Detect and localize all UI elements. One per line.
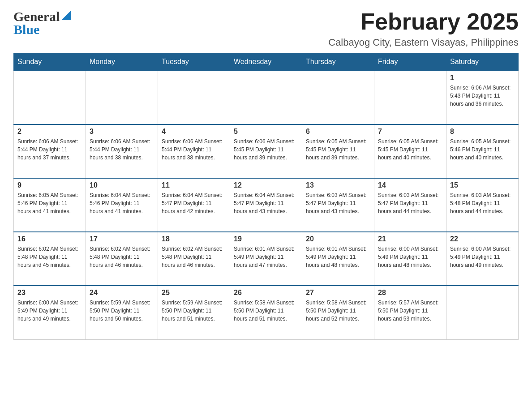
day-info: Sunrise: 6:04 AM Sunset: 5:46 PM Dayligh… xyxy=(90,191,154,215)
day-number: 15 xyxy=(450,181,515,189)
day-number: 1 xyxy=(450,74,515,82)
logo: General Blue xyxy=(13,9,71,37)
day-number: 9 xyxy=(17,181,82,189)
day-number: 4 xyxy=(162,128,226,136)
day-number: 11 xyxy=(162,181,226,189)
day-number: 12 xyxy=(234,181,298,189)
day-info: Sunrise: 6:02 AM Sunset: 5:48 PM Dayligh… xyxy=(17,245,82,269)
day-info: Sunrise: 6:00 AM Sunset: 5:49 PM Dayligh… xyxy=(17,299,82,323)
calendar-cell xyxy=(446,286,519,339)
day-info: Sunrise: 6:06 AM Sunset: 5:43 PM Dayligh… xyxy=(450,84,515,108)
calendar-cell xyxy=(230,71,302,124)
day-info: Sunrise: 6:05 AM Sunset: 5:45 PM Dayligh… xyxy=(306,137,370,162)
calendar-cell: 1Sunrise: 6:06 AM Sunset: 5:43 PM Daylig… xyxy=(446,71,519,124)
day-info: Sunrise: 5:59 AM Sunset: 5:50 PM Dayligh… xyxy=(162,299,226,323)
calendar-cell: 24Sunrise: 5:59 AM Sunset: 5:50 PM Dayli… xyxy=(86,286,158,339)
day-number: 27 xyxy=(306,289,370,297)
calendar-cell: 16Sunrise: 6:02 AM Sunset: 5:48 PM Dayli… xyxy=(14,232,86,286)
day-info: Sunrise: 6:03 AM Sunset: 5:47 PM Dayligh… xyxy=(378,191,442,215)
day-number: 7 xyxy=(378,128,442,136)
calendar-cell: 14Sunrise: 6:03 AM Sunset: 5:47 PM Dayli… xyxy=(374,178,446,232)
calendar-cell: 12Sunrise: 6:04 AM Sunset: 5:47 PM Dayli… xyxy=(230,178,302,232)
svg-marker-0 xyxy=(61,10,71,20)
day-number: 13 xyxy=(306,181,370,189)
calendar-week-row: 9Sunrise: 6:05 AM Sunset: 5:46 PM Daylig… xyxy=(14,178,519,232)
calendar-cell: 18Sunrise: 6:02 AM Sunset: 5:48 PM Dayli… xyxy=(158,232,230,286)
day-header-thursday: Thursday xyxy=(302,53,374,71)
calendar-cell xyxy=(14,71,86,124)
day-info: Sunrise: 6:06 AM Sunset: 5:44 PM Dayligh… xyxy=(162,137,226,162)
calendar-title: February 2025 xyxy=(328,9,519,34)
day-info: Sunrise: 6:05 AM Sunset: 5:45 PM Dayligh… xyxy=(378,137,442,162)
calendar-week-row: 2Sunrise: 6:06 AM Sunset: 5:44 PM Daylig… xyxy=(14,124,519,178)
day-info: Sunrise: 6:06 AM Sunset: 5:45 PM Dayligh… xyxy=(234,137,298,162)
day-number: 10 xyxy=(90,181,154,189)
calendar-cell: 26Sunrise: 5:58 AM Sunset: 5:50 PM Dayli… xyxy=(230,286,302,339)
day-info: Sunrise: 6:02 AM Sunset: 5:48 PM Dayligh… xyxy=(90,245,154,269)
calendar-cell: 6Sunrise: 6:05 AM Sunset: 5:45 PM Daylig… xyxy=(302,124,374,178)
day-number: 28 xyxy=(378,289,442,297)
day-info: Sunrise: 6:02 AM Sunset: 5:48 PM Dayligh… xyxy=(162,245,226,269)
calendar-cell: 7Sunrise: 6:05 AM Sunset: 5:45 PM Daylig… xyxy=(374,124,446,178)
calendar-cell: 5Sunrise: 6:06 AM Sunset: 5:45 PM Daylig… xyxy=(230,124,302,178)
day-number: 16 xyxy=(17,235,82,243)
day-info: Sunrise: 5:57 AM Sunset: 5:50 PM Dayligh… xyxy=(378,299,442,323)
day-info: Sunrise: 6:00 AM Sunset: 5:49 PM Dayligh… xyxy=(450,245,515,269)
day-info: Sunrise: 6:04 AM Sunset: 5:47 PM Dayligh… xyxy=(162,191,226,215)
day-header-wednesday: Wednesday xyxy=(230,53,302,71)
calendar-cell xyxy=(158,71,230,124)
calendar-cell: 8Sunrise: 6:05 AM Sunset: 5:46 PM Daylig… xyxy=(446,124,519,178)
calendar-header-row: SundayMondayTuesdayWednesdayThursdayFrid… xyxy=(14,53,519,71)
calendar-cell: 25Sunrise: 5:59 AM Sunset: 5:50 PM Dayli… xyxy=(158,286,230,339)
calendar-cell: 13Sunrise: 6:03 AM Sunset: 5:47 PM Dayli… xyxy=(302,178,374,232)
calendar-table: SundayMondayTuesdayWednesdayThursdayFrid… xyxy=(13,53,519,340)
day-number: 24 xyxy=(90,289,154,297)
day-info: Sunrise: 6:04 AM Sunset: 5:47 PM Dayligh… xyxy=(234,191,298,215)
day-info: Sunrise: 6:05 AM Sunset: 5:46 PM Dayligh… xyxy=(450,137,515,162)
day-number: 6 xyxy=(306,128,370,136)
calendar-cell: 22Sunrise: 6:00 AM Sunset: 5:49 PM Dayli… xyxy=(446,232,519,286)
calendar-cell xyxy=(302,71,374,124)
day-info: Sunrise: 6:01 AM Sunset: 5:49 PM Dayligh… xyxy=(234,245,298,269)
calendar-cell: 15Sunrise: 6:03 AM Sunset: 5:48 PM Dayli… xyxy=(446,178,519,232)
day-info: Sunrise: 6:06 AM Sunset: 5:44 PM Dayligh… xyxy=(17,137,82,162)
page-header: General Blue February 2025 Calbayog City… xyxy=(13,9,519,48)
day-header-saturday: Saturday xyxy=(446,53,519,71)
calendar-cell: 17Sunrise: 6:02 AM Sunset: 5:48 PM Dayli… xyxy=(86,232,158,286)
day-number: 20 xyxy=(306,235,370,243)
calendar-week-row: 23Sunrise: 6:00 AM Sunset: 5:49 PM Dayli… xyxy=(14,286,519,339)
calendar-cell xyxy=(374,71,446,124)
day-number: 23 xyxy=(17,289,82,297)
calendar-cell: 20Sunrise: 6:01 AM Sunset: 5:49 PM Dayli… xyxy=(302,232,374,286)
day-info: Sunrise: 6:01 AM Sunset: 5:49 PM Dayligh… xyxy=(306,245,370,269)
day-number: 2 xyxy=(17,128,82,136)
day-info: Sunrise: 5:59 AM Sunset: 5:50 PM Dayligh… xyxy=(90,299,154,323)
day-number: 17 xyxy=(90,235,154,243)
calendar-cell: 23Sunrise: 6:00 AM Sunset: 5:49 PM Dayli… xyxy=(14,286,86,339)
calendar-cell: 28Sunrise: 5:57 AM Sunset: 5:50 PM Dayli… xyxy=(374,286,446,339)
day-header-monday: Monday xyxy=(86,53,158,71)
calendar-cell: 3Sunrise: 6:06 AM Sunset: 5:44 PM Daylig… xyxy=(86,124,158,178)
day-number: 5 xyxy=(234,128,298,136)
day-header-tuesday: Tuesday xyxy=(158,53,230,71)
logo-blue-text: Blue xyxy=(13,22,71,37)
day-number: 22 xyxy=(450,235,515,243)
day-info: Sunrise: 6:03 AM Sunset: 5:48 PM Dayligh… xyxy=(450,191,515,215)
day-number: 21 xyxy=(378,235,442,243)
calendar-week-row: 1Sunrise: 6:06 AM Sunset: 5:43 PM Daylig… xyxy=(14,71,519,124)
calendar-subtitle: Calbayog City, Eastern Visayas, Philippi… xyxy=(328,37,519,48)
day-number: 26 xyxy=(234,289,298,297)
day-number: 8 xyxy=(450,128,515,136)
calendar-cell: 4Sunrise: 6:06 AM Sunset: 5:44 PM Daylig… xyxy=(158,124,230,178)
day-info: Sunrise: 6:05 AM Sunset: 5:46 PM Dayligh… xyxy=(17,191,82,215)
day-info: Sunrise: 5:58 AM Sunset: 5:50 PM Dayligh… xyxy=(306,299,370,323)
calendar-cell xyxy=(86,71,158,124)
calendar-cell: 21Sunrise: 6:00 AM Sunset: 5:49 PM Dayli… xyxy=(374,232,446,286)
day-number: 18 xyxy=(162,235,226,243)
title-section: February 2025 Calbayog City, Eastern Vis… xyxy=(328,9,519,48)
calendar-cell: 19Sunrise: 6:01 AM Sunset: 5:49 PM Dayli… xyxy=(230,232,302,286)
day-number: 25 xyxy=(162,289,226,297)
day-number: 19 xyxy=(234,235,298,243)
calendar-cell: 2Sunrise: 6:06 AM Sunset: 5:44 PM Daylig… xyxy=(14,124,86,178)
day-header-friday: Friday xyxy=(374,53,446,71)
